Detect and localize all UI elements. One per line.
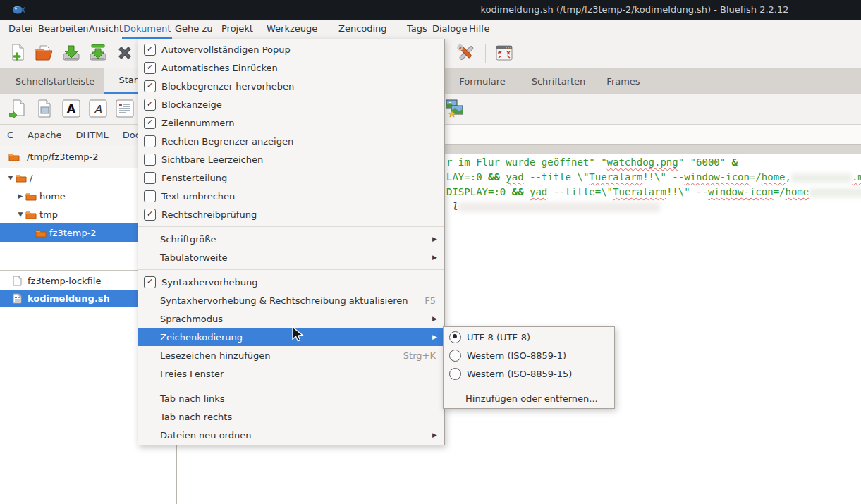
checkbox-checked-icon: ✓ — [144, 209, 156, 221]
expander-open-icon[interactable]: ▼ — [16, 211, 25, 218]
code-segment: window-icon — [684, 171, 750, 183]
menu-lead-spacer — [144, 332, 154, 343]
menu-item-western-iso-8859-15[interactable]: Western (ISO-8859-15) — [444, 364, 614, 383]
menu-item-label: Fensterteilung — [161, 173, 437, 183]
menu-item-freies-fenster[interactable]: Freies Fenster — [138, 364, 444, 383]
menu-item-utf-8-utf-8[interactable]: UTF-8 (UTF-8) — [444, 328, 614, 346]
code-segment: --title \" — [524, 171, 590, 183]
save-as-button[interactable] — [86, 42, 110, 65]
sidebar-tab-dhtml[interactable]: DHTML — [76, 130, 109, 140]
open-file-button[interactable] — [32, 42, 56, 65]
save-button[interactable] — [59, 42, 83, 65]
folder-icon — [35, 228, 47, 238]
toolbar-tab-schnellstartleiste[interactable]: Schnellstartleiste — [6, 68, 104, 94]
menubar-item-dokument[interactable]: Dokument — [122, 20, 172, 39]
menu-separator — [138, 226, 444, 227]
checkbox-checked-icon: ✓ — [144, 80, 156, 92]
bold-button[interactable]: A — [59, 98, 83, 121]
code-line: DISPLAY=:0 && yad --title=\"Tueralarm!!\… — [446, 185, 861, 199]
menu-item-text-umbrechen[interactable]: Text umbrechen — [138, 187, 444, 205]
menubar: DateiBearbeitenAnsichtDokumentGehe zuPro… — [0, 20, 861, 39]
menu-item-blockanzeige[interactable]: ✓Blockanzeige — [138, 95, 444, 113]
expander-closed-icon[interactable]: ▶ — [16, 192, 25, 199]
paragraph-button[interactable] — [113, 98, 137, 121]
code-line: LAY=:0 && yad --title \"Tueralarm!!\" --… — [446, 170, 861, 185]
code-segment: home — [785, 186, 809, 197]
code-text: r im Flur wurde geöffnet" "watchdog.png"… — [446, 155, 861, 214]
menu-lead-spacer — [144, 369, 154, 379]
menubar-item-gehe-zu[interactable]: Gehe zu — [173, 20, 214, 37]
toolbar-tab-formulare[interactable]: Formulare — [444, 68, 520, 94]
menu-item-fensterteilung[interactable]: Fensterteilung — [138, 168, 444, 187]
menu-item-tab-nach-links[interactable]: Tab nach links — [138, 389, 444, 407]
menu-item-rechten-begrenzer-anzeigen[interactable]: Rechten Begrenzer anzeigen — [138, 132, 444, 150]
menu-item-automatisches-einrücken[interactable]: ✓Automatisches Einrücken — [138, 59, 444, 77]
tree-item-label: / — [30, 173, 32, 183]
sidebar-tab-apache[interactable]: Apache — [28, 130, 62, 140]
menu-item-syntaxhervorhebung[interactable]: ✓Syntaxhervorhebung — [138, 273, 444, 291]
code-line: l — [446, 199, 861, 214]
menubar-item-tags[interactable]: Tags — [405, 20, 429, 37]
code-segment: && — [488, 171, 506, 183]
expander-open-icon[interactable]: ▼ — [6, 174, 16, 181]
fullscreen-button[interactable] — [492, 42, 516, 65]
toolbar-tab-schriftarten[interactable]: Schriftarten — [520, 68, 597, 94]
menu-item-label: Dateien neu ordnen — [160, 430, 428, 441]
menubar-item-ansicht[interactable]: Ansicht — [87, 20, 124, 37]
menu-item-dateien-neu-ordnen[interactable]: Dateien neu ordnen▶ — [138, 426, 444, 444]
submenu-arrow-icon: ▶ — [432, 235, 437, 242]
menubar-item-datei[interactable]: Datei — [7, 20, 35, 37]
menu-item-sprachmodus[interactable]: Sprachmodus▶ — [138, 309, 444, 328]
menu-lead-spacer — [144, 430, 154, 441]
code-segment: =/ — [750, 171, 762, 183]
menu-item-blockbegrenzer-hervorheben[interactable]: ✓Blockbegrenzer hervorheben — [138, 77, 444, 95]
svg-text:A: A — [94, 103, 102, 116]
menu-lead-spacer — [144, 252, 154, 263]
italic-button[interactable]: A — [86, 98, 110, 121]
body-button[interactable] — [32, 98, 56, 121]
menu-item-lesezeichen-hinzufügen[interactable]: Lesezeichen hinzufügenStrg+K — [138, 346, 444, 364]
menu-item-schriftgröße[interactable]: Schriftgröße▶ — [138, 230, 444, 248]
quickstart-button[interactable] — [6, 98, 30, 121]
menu-item-tab-nach-rechts[interactable]: Tab nach rechts — [138, 407, 444, 426]
close-button[interactable] — [113, 42, 137, 65]
menubar-item-werkzeuge[interactable]: Werkzeuge — [265, 20, 319, 37]
menu-item-label: Rechtschreibprüfung — [161, 209, 437, 220]
code-segment: .myicons/ — [852, 171, 861, 183]
code-segment: && — [512, 186, 530, 197]
menu-separator — [138, 269, 444, 270]
code-segment: window-icon — [708, 186, 774, 197]
new-file-button[interactable] — [6, 42, 30, 65]
shortcut-label: F5 — [425, 295, 436, 306]
open-folder-icon — [35, 44, 54, 64]
menu-item-zeichenkodierung[interactable]: Zeichenkodierung▶ — [138, 328, 444, 346]
menu-item-rechtschreibprüfung[interactable]: ✓Rechtschreibprüfung — [138, 205, 444, 223]
menubar-item-bearbeiten[interactable]: Bearbeiten — [37, 20, 90, 37]
folder-icon — [8, 152, 20, 161]
menu-item-zeilennummern[interactable]: ✓Zeilennummern — [138, 113, 444, 132]
menubar-item-projekt[interactable]: Projekt — [220, 20, 255, 37]
menu-item-syntaxhervorhebung-rechtschreibung-aktualisieren[interactable]: Syntaxhervorhebung & Rechtschreibung akt… — [138, 291, 444, 309]
menu-lead-spacer — [144, 295, 154, 306]
menu-item-label: UTF-8 (UTF-8) — [467, 332, 607, 343]
menubar-item-hilfe[interactable]: Hilfe — [468, 20, 491, 37]
image-wizard-icon — [446, 99, 464, 120]
menubar-item-zencoding[interactable]: Zencoding — [337, 20, 389, 37]
menu-item-label: Blockbegrenzer hervorheben — [161, 81, 437, 92]
sidebar-tab-c[interactable]: C — [7, 130, 13, 140]
menu-item-hinzufügen-oder-entfernen[interactable]: Hinzufügen oder entfernen... — [444, 389, 614, 407]
menu-item-label: Rechten Begrenzer anzeigen — [161, 136, 437, 147]
preferences-button[interactable] — [453, 42, 477, 65]
toolbar-tab-frames[interactable]: Frames — [598, 68, 649, 94]
menu-item-label: Syntaxhervorhebung & Rechtschreibung akt… — [160, 295, 425, 306]
titlebar[interactable]: kodimeldung.sh (/tmp/fz3temp-2/kodimeldu… — [0, 0, 861, 20]
menu-item-tabulatorweite[interactable]: Tabulatorweite▶ — [138, 248, 444, 266]
menu-item-sichtbare-leerzeichen[interactable]: Sichtbare Leerzeichen — [138, 150, 444, 168]
directory-path: /tmp/fz3temp-2 — [27, 152, 98, 162]
new-file-icon — [8, 43, 27, 65]
menu-item-autovervollständigen-popup[interactable]: ✓Autovervollständigen Popup — [138, 40, 444, 59]
menu-item-western-iso-8859-1[interactable]: Western (ISO-8859-1) — [444, 346, 614, 364]
save-icon — [61, 43, 81, 65]
menubar-item-dialoge[interactable]: Dialoge — [431, 20, 468, 37]
image-wizard-button[interactable] — [443, 98, 467, 121]
